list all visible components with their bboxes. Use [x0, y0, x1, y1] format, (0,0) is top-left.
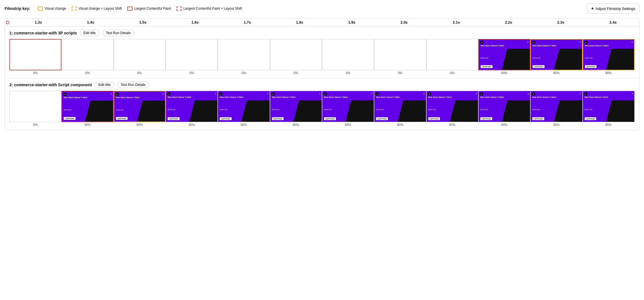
product-price: $25.99 USD [532, 109, 540, 110]
product-name: New Short Sleeve T-Shirt [116, 96, 140, 99]
frame-pct: 80% [553, 123, 560, 126]
frame-col: 0% [61, 39, 113, 75]
frame-col: ▲ ≡ New Short Sleeve T-Shirt $25.99 USD … [322, 91, 374, 126]
frame-thumb[interactable]: ▲ ≡ New Short Sleeve T-Shirt $25.99 USD … [530, 91, 582, 122]
frame-thumb[interactable] [9, 91, 61, 122]
product-menu: ≡ [579, 41, 581, 44]
frame-thumb[interactable]: ▲ ≡ New Short Sleeve T-Shirt $25.99 USD … [166, 91, 218, 122]
product-menu: ≡ [631, 41, 633, 44]
product-icon: ▲ [480, 92, 483, 96]
product-icon: ▲ [115, 93, 119, 96]
legend-item-lcp: Largest Contentful Paint [127, 7, 171, 11]
thumb-inner: ▲ ≡ New Short Sleeve T-Shirt $25.99 USD … [583, 91, 634, 122]
frame-thumb[interactable]: ▲ ≡ New Short Sleeve T-Shirt $25.99 USD … [583, 91, 635, 122]
frame-thumb[interactable]: ▲ ≡ New Short Sleeve T-Shirt $25.99 USD … [114, 91, 166, 122]
frame-pct: 0% [33, 123, 38, 126]
row-2-details-button[interactable]: Test Run Details [117, 82, 149, 88]
frame-thumb[interactable] [61, 39, 113, 70]
product-price: $25.99 USD [64, 109, 71, 111]
legend-box-lcp-layout [176, 7, 182, 11]
frame-thumb[interactable]: ▲ ≡ New Short Sleeve T-Shirt $25.99 USD … [61, 91, 113, 122]
product-menu: ≡ [267, 92, 268, 95]
frame-pct: 80% [345, 123, 351, 126]
thumb-inner: ▲ ≡ New Short Sleeve T-Shirt $25.99 USD … [479, 40, 530, 70]
frame-pct: 80% [449, 123, 455, 126]
product-price: $25.99 USD [116, 109, 124, 111]
frame-thumb[interactable] [374, 39, 426, 70]
frame-thumb[interactable] [322, 39, 374, 70]
thumb-inner: ▲ ≡ New Short Sleeve T-Shirt $25.99 USD … [218, 91, 269, 122]
legend-label: Filmstrip key: [5, 6, 30, 11]
frame-thumb[interactable] [166, 39, 218, 70]
frame-col: 0% [9, 91, 61, 126]
product-menu: ≡ [215, 92, 216, 95]
frame-thumb[interactable]: ▲ ≡ New Short Sleeve T-Shirt $25.99 USD … [270, 91, 322, 122]
thumb-inner: ▲ ≡ New Short Sleeve T-Shirt $25.99 USD … [166, 91, 217, 122]
frame-thumb[interactable]: ▲ ≡ New Short Sleeve T-Shirt $25.99 USD … [426, 91, 478, 122]
frame-thumb[interactable]: ▲ ≡ New Short Sleeve T-Shirt $25.99 USD … [478, 39, 530, 70]
product-menu: ≡ [632, 92, 633, 95]
frame-col: ▲ ≡ New Short Sleeve T-Shirt $25.99 USD … [530, 39, 582, 75]
frame-col: ▲ ≡ New Short Sleeve T-Shirt $25.99 USD … [583, 39, 635, 75]
frame-col: 0% [374, 39, 426, 75]
thumb-inner: ▲ ≡ New Short Sleeve T-Shirt $25.99 USD … [270, 91, 322, 122]
frame-thumb[interactable]: ▲ ≡ New Short Sleeve T-Shirt $25.99 USD … [583, 39, 635, 70]
frame-pct: 0% [242, 71, 246, 75]
adjust-filmstrip-button[interactable]: + Adjust Filmstrip Settings [587, 3, 639, 14]
product-name: New Short Sleeve T-Shirt [480, 96, 504, 99]
product-icon: ▲ [219, 92, 223, 96]
product-name: New Short Sleeve T-Shirt [532, 96, 556, 99]
filmstrip-row-2: 2: commerce-starter-with Script componen… [5, 78, 639, 130]
legend-item-visual-change: Visual change [38, 7, 66, 11]
frame-col: 0% [114, 39, 166, 75]
frame-col: ▲ ≡ New Short Sleeve T-Shirt $25.99 USD … [478, 91, 530, 126]
timeline-tick: 2.2s [482, 20, 535, 24]
frame-col: 0% [9, 39, 61, 75]
product-price: $25.99 USD [585, 109, 592, 110]
frame-thumb[interactable] [114, 39, 166, 70]
frame-thumb[interactable] [270, 39, 322, 70]
product-badge: Lightweight [64, 117, 76, 120]
frame-thumb[interactable] [218, 39, 270, 70]
frame-col: ▲ ≡ New Short Sleeve T-Shirt $25.99 USD … [478, 39, 530, 75]
frame-thumb[interactable]: ▲ ≡ New Short Sleeve T-Shirt $25.99 USD … [478, 91, 530, 122]
timeline-tick: 1.8s [273, 20, 326, 24]
product-price: $25.99 USD [272, 109, 280, 110]
product-price: $25.99 USD [480, 109, 488, 110]
frame-thumb[interactable]: ▲ ≡ New Short Sleeve T-Shirt $25.99 USD … [530, 39, 582, 70]
timeline-tick: 1.7s [221, 20, 273, 24]
product-badge: Lightweight [481, 65, 493, 68]
product-icon: ▲ [375, 92, 379, 96]
legend-box-visual-layout [72, 7, 77, 11]
frame-pct: 80% [397, 123, 403, 126]
frame-col: ▲ ≡ New Short Sleeve T-Shirt $25.99 USD … [374, 91, 426, 126]
product-menu: ≡ [527, 92, 529, 95]
product-menu: ≡ [163, 93, 164, 95]
row-1-title: 1: commerce-starter-with 3P scripts [9, 31, 77, 35]
row-1-details-button[interactable]: Test Run Details [102, 30, 134, 36]
thumb-inner: ▲ ≡ New Short Sleeve T-Shirt $25.99 USD … [62, 91, 113, 122]
product-name: New Short Sleeve T-Shirt [168, 96, 191, 99]
product-badge: Lightweight [533, 65, 545, 68]
thumb-inner: ▲ ≡ New Short Sleeve T-Shirt $25.99 USD … [427, 91, 478, 122]
product-icon: ▲ [167, 92, 171, 96]
row-2-title: 2: commerce-starter-with Script componen… [9, 83, 92, 87]
frame-thumb[interactable] [9, 39, 61, 70]
frame-thumb[interactable] [426, 39, 478, 70]
frame-pct: 80% [553, 71, 560, 75]
legend-box-lcp [127, 7, 132, 11]
row-1-edit-button[interactable]: Edit title [80, 30, 99, 36]
frame-thumb[interactable]: ▲ ≡ New Short Sleeve T-Shirt $25.99 USD … [322, 91, 374, 122]
timeline-tick: 2.1s [430, 20, 483, 24]
frame-thumb[interactable]: ▲ ≡ New Short Sleeve T-Shirt $25.99 USD … [374, 91, 426, 122]
product-name: New Short Sleeve T-Shirt [64, 96, 87, 99]
timeline-header: 1.3s1.4s1.5s1.6s1.7s1.8s1.9s2.0s2.1s2.2s… [5, 19, 639, 26]
product-price: $25.99 USD [428, 109, 436, 110]
frame-pct: 0% [190, 71, 194, 75]
thumb-inner: ▲ ≡ New Short Sleeve T-Shirt $25.99 USD … [531, 40, 582, 70]
product-name: New Short Sleeve T-Shirt [533, 45, 556, 47]
frame-thumb[interactable]: ▲ ≡ New Short Sleeve T-Shirt $25.99 USD … [218, 91, 270, 122]
thumb-inner: ▲ ≡ New Short Sleeve T-Shirt $25.99 USD … [479, 91, 530, 122]
row-2-edit-button[interactable]: Edit title [95, 82, 114, 88]
frame-pct: 80% [605, 123, 612, 126]
